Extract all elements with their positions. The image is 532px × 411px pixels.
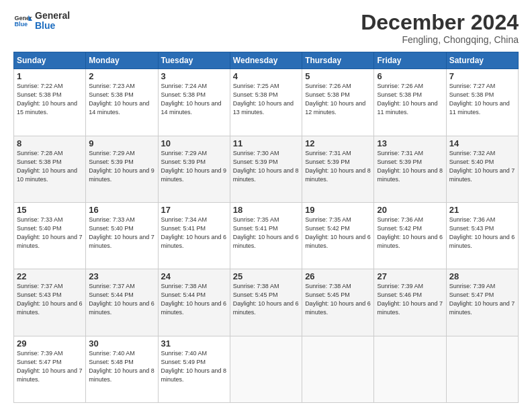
table-row: 23Sunrise: 7:37 AMSunset: 5:44 PMDayligh… [86,269,158,336]
table-row: 13Sunrise: 7:31 AMSunset: 5:39 PMDayligh… [374,136,446,202]
table-row [374,336,446,402]
day-number: 31 [161,338,227,349]
table-row: 26Sunrise: 7:38 AMSunset: 5:45 PMDayligh… [302,269,374,336]
day-info: Sunrise: 7:26 AMSunset: 5:38 PMDaylight:… [305,82,371,117]
day-number: 18 [233,205,299,215]
day-info: Sunrise: 7:25 AMSunset: 5:38 PMDaylight:… [233,82,299,117]
day-info: Sunrise: 7:37 AMSunset: 5:44 PMDaylight:… [89,282,154,317]
day-info: Sunrise: 7:39 AMSunset: 5:46 PMDaylight:… [377,282,443,317]
table-row: 25Sunrise: 7:38 AMSunset: 5:45 PMDayligh… [230,269,302,336]
day-number: 6 [377,71,443,81]
day-number: 15 [17,205,83,215]
table-row: 1Sunrise: 7:22 AMSunset: 5:38 PMDaylight… [14,69,86,136]
page: General Blue General Blue December 2024 … [0,0,532,411]
table-row: 6Sunrise: 7:26 AMSunset: 5:38 PMDaylight… [374,69,446,136]
day-info: Sunrise: 7:36 AMSunset: 5:42 PMDaylight:… [377,216,443,250]
day-number: 13 [377,138,443,148]
logo-icon: General Blue [13,11,32,30]
day-number: 11 [233,138,299,148]
day-info: Sunrise: 7:33 AMSunset: 5:40 PMDaylight:… [89,216,154,250]
table-row: 12Sunrise: 7:31 AMSunset: 5:39 PMDayligh… [302,136,374,202]
table-row: 9Sunrise: 7:29 AMSunset: 5:39 PMDaylight… [86,136,158,202]
day-number: 25 [233,271,299,281]
day-info: Sunrise: 7:38 AMSunset: 5:45 PMDaylight:… [305,282,371,317]
day-info: Sunrise: 7:35 AMSunset: 5:42 PMDaylight:… [305,216,371,250]
day-info: Sunrise: 7:34 AMSunset: 5:41 PMDaylight:… [161,216,227,250]
table-row: 4Sunrise: 7:25 AMSunset: 5:38 PMDaylight… [230,69,302,136]
table-row: 2Sunrise: 7:23 AMSunset: 5:38 PMDaylight… [86,69,158,136]
day-info: Sunrise: 7:39 AMSunset: 5:47 PMDaylight:… [17,349,83,384]
day-info: Sunrise: 7:31 AMSunset: 5:39 PMDaylight:… [305,149,371,184]
table-row: 8Sunrise: 7:28 AMSunset: 5:38 PMDaylight… [14,136,86,202]
table-row: 20Sunrise: 7:36 AMSunset: 5:42 PMDayligh… [374,202,446,269]
day-number: 10 [161,138,227,148]
title-block: December 2024 Fengling, Chongqing, China [361,11,519,45]
day-info: Sunrise: 7:37 AMSunset: 5:43 PMDaylight:… [17,282,83,317]
month-title: December 2024 [361,11,519,34]
table-row [302,336,374,402]
day-number: 2 [89,71,154,81]
logo: General Blue General Blue [13,11,70,32]
day-number: 28 [449,271,515,281]
day-number: 21 [449,205,515,215]
col-saturday: Saturday [446,52,518,69]
day-info: Sunrise: 7:24 AMSunset: 5:38 PMDaylight:… [161,82,227,117]
day-number: 7 [449,71,515,81]
day-number: 22 [17,271,83,281]
calendar-week-row: 8Sunrise: 7:28 AMSunset: 5:38 PMDaylight… [14,136,519,202]
col-friday: Friday [374,52,446,69]
svg-text:Blue: Blue [14,21,28,28]
col-wednesday: Wednesday [230,52,302,69]
calendar-header-row: Sunday Monday Tuesday Wednesday Thursday… [14,52,519,69]
table-row: 22Sunrise: 7:37 AMSunset: 5:43 PMDayligh… [14,269,86,336]
logo-blue: Blue [35,21,70,31]
calendar-table: Sunday Monday Tuesday Wednesday Thursday… [13,52,519,403]
day-number: 24 [161,271,227,281]
day-info: Sunrise: 7:40 AMSunset: 5:48 PMDaylight:… [89,349,154,384]
col-thursday: Thursday [302,52,374,69]
logo-general: General [35,11,70,21]
day-info: Sunrise: 7:36 AMSunset: 5:43 PMDaylight:… [449,216,515,250]
header: General Blue General Blue December 2024 … [13,11,519,45]
day-info: Sunrise: 7:38 AMSunset: 5:45 PMDaylight:… [233,282,299,317]
calendar-week-row: 15Sunrise: 7:33 AMSunset: 5:40 PMDayligh… [14,202,519,269]
table-row: 3Sunrise: 7:24 AMSunset: 5:38 PMDaylight… [158,69,230,136]
table-row: 5Sunrise: 7:26 AMSunset: 5:38 PMDaylight… [302,69,374,136]
day-info: Sunrise: 7:35 AMSunset: 5:41 PMDaylight:… [233,216,299,250]
table-row: 10Sunrise: 7:29 AMSunset: 5:39 PMDayligh… [158,136,230,202]
calendar-week-row: 29Sunrise: 7:39 AMSunset: 5:47 PMDayligh… [14,336,519,402]
day-info: Sunrise: 7:40 AMSunset: 5:49 PMDaylight:… [161,349,227,384]
day-number: 29 [17,338,83,349]
calendar-week-row: 22Sunrise: 7:37 AMSunset: 5:43 PMDayligh… [14,269,519,336]
table-row: 30Sunrise: 7:40 AMSunset: 5:48 PMDayligh… [86,336,158,402]
table-row [230,336,302,402]
calendar-week-row: 1Sunrise: 7:22 AMSunset: 5:38 PMDaylight… [14,69,519,136]
col-tuesday: Tuesday [158,52,230,69]
day-number: 8 [17,138,83,148]
day-number: 27 [377,271,443,281]
day-number: 9 [89,138,154,148]
table-row: 7Sunrise: 7:27 AMSunset: 5:38 PMDaylight… [446,69,518,136]
table-row: 27Sunrise: 7:39 AMSunset: 5:46 PMDayligh… [374,269,446,336]
day-number: 5 [305,71,371,81]
table-row: 11Sunrise: 7:30 AMSunset: 5:39 PMDayligh… [230,136,302,202]
location: Fengling, Chongqing, China [361,34,519,45]
day-info: Sunrise: 7:26 AMSunset: 5:38 PMDaylight:… [377,82,443,117]
day-info: Sunrise: 7:27 AMSunset: 5:38 PMDaylight:… [449,82,515,117]
day-number: 12 [305,138,371,148]
day-number: 17 [161,205,227,215]
day-number: 19 [305,205,371,215]
table-row: 19Sunrise: 7:35 AMSunset: 5:42 PMDayligh… [302,202,374,269]
day-info: Sunrise: 7:29 AMSunset: 5:39 PMDaylight:… [161,149,227,184]
table-row: 14Sunrise: 7:32 AMSunset: 5:40 PMDayligh… [446,136,518,202]
table-row: 28Sunrise: 7:39 AMSunset: 5:47 PMDayligh… [446,269,518,336]
day-info: Sunrise: 7:28 AMSunset: 5:38 PMDaylight:… [17,149,83,184]
day-number: 16 [89,205,154,215]
day-info: Sunrise: 7:29 AMSunset: 5:39 PMDaylight:… [89,149,154,184]
day-info: Sunrise: 7:22 AMSunset: 5:38 PMDaylight:… [17,82,83,117]
day-number: 4 [233,71,299,81]
day-number: 20 [377,205,443,215]
table-row: 17Sunrise: 7:34 AMSunset: 5:41 PMDayligh… [158,202,230,269]
day-info: Sunrise: 7:32 AMSunset: 5:40 PMDaylight:… [449,149,515,184]
table-row: 18Sunrise: 7:35 AMSunset: 5:41 PMDayligh… [230,202,302,269]
